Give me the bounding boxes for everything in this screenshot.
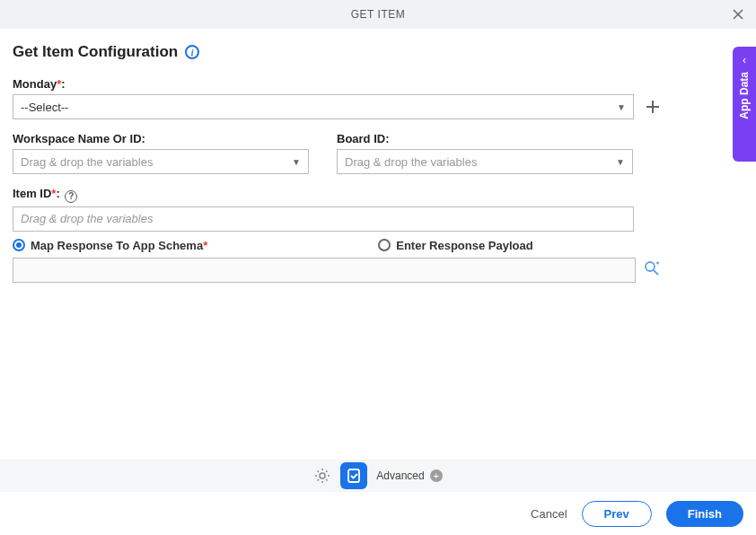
svg-point-8 xyxy=(320,473,325,478)
cancel-button[interactable]: Cancel xyxy=(531,507,567,521)
monday-label: Monday*: xyxy=(13,77,743,91)
info-icon[interactable]: i xyxy=(185,45,199,59)
chevron-down-icon: ▼ xyxy=(616,157,625,167)
item-id-label: Item ID*: ? xyxy=(13,187,743,203)
gear-icon[interactable] xyxy=(313,467,331,485)
workspace-input[interactable]: Drag & drop the variables ▼ xyxy=(13,149,309,174)
clipboard-icon[interactable] xyxy=(340,462,367,489)
chevron-left-icon: ‹ xyxy=(743,54,746,66)
chevron-down-icon: ▼ xyxy=(617,102,626,112)
monday-select[interactable]: --Select-- ▼ xyxy=(13,94,634,119)
finish-button[interactable]: Finish xyxy=(666,501,743,527)
page-title: Get Item Configuration xyxy=(13,43,178,61)
window-title: GET ITEM xyxy=(0,8,756,21)
workspace-label: Workspace Name Or ID: xyxy=(13,132,310,145)
svg-point-4 xyxy=(646,262,655,271)
search-icon[interactable] xyxy=(643,259,661,280)
item-id-input[interactable]: Drag & drop the variables xyxy=(13,206,634,232)
map-response-radio[interactable]: Map Response To App Schema* xyxy=(13,239,207,252)
advanced-button[interactable]: Advanced + xyxy=(376,469,442,482)
svg-line-5 xyxy=(654,270,658,275)
prev-button[interactable]: Prev xyxy=(582,501,652,527)
app-data-label: App Data xyxy=(738,72,751,119)
chevron-down-icon: ▼ xyxy=(292,157,301,167)
enter-payload-radio[interactable]: Enter Response Payload xyxy=(378,239,532,252)
add-button[interactable] xyxy=(643,97,663,117)
board-label: Board ID: xyxy=(337,132,634,145)
close-icon[interactable] xyxy=(729,5,747,23)
plus-circle-icon: + xyxy=(430,469,443,482)
svg-rect-9 xyxy=(348,469,359,482)
app-data-tab[interactable]: ‹ App Data xyxy=(733,47,756,162)
board-input[interactable]: Drag & drop the variables ▼ xyxy=(337,149,633,174)
schema-input[interactable] xyxy=(13,258,636,283)
help-icon[interactable]: ? xyxy=(65,190,77,203)
